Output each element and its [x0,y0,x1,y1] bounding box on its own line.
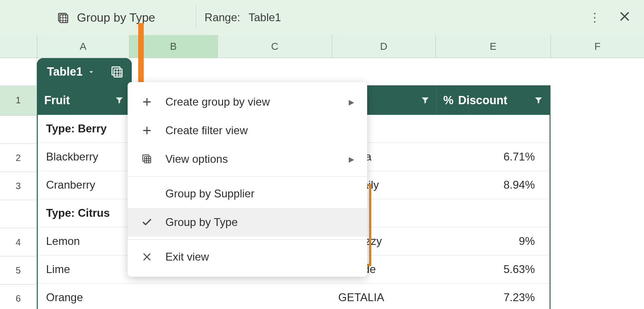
column-E[interactable]: E [436,35,551,58]
cell-discount: 6.71% [432,143,550,171]
column-C[interactable]: C [218,35,332,58]
view-menu: Create group by view ▸ Create filter vie… [128,82,367,277]
menu-separator [128,176,367,177]
menu-separator [128,239,367,240]
menu-label: Create filter view [165,124,354,137]
cell-fruit: Lime [38,256,130,283]
row-4[interactable]: 4 [0,228,37,256]
cell-fruit: Lemon [38,227,130,255]
table-name-label: Table1 [47,65,82,78]
close-icon[interactable] [616,8,633,27]
divider [196,6,196,30]
table-name-button[interactable]: Table1 [37,58,102,85]
percent-label: % [443,94,453,107]
row-2[interactable]: 2 [0,144,37,172]
svg-rect-1 [60,15,68,23]
row-numbers: 1 2 3 4 5 6 [0,58,37,309]
menu-label: Group by Type [165,216,354,229]
range-value: Table1 [248,11,281,24]
row-spacer [0,58,37,85]
view-title: Group by Type [77,11,155,25]
cell-discount: 9% [432,227,550,255]
filter-icon[interactable] [421,95,430,105]
cell-fruit: Orange [38,284,130,309]
header-discount[interactable]: % Discount [437,85,550,115]
check-icon [141,217,153,228]
filter-icon[interactable] [534,95,543,105]
header-fruit-label: Fruit [44,94,70,107]
menu-create-group-view[interactable]: Create group by view ▸ [128,88,367,116]
menu-group-by-type[interactable]: Group by Type [128,208,367,237]
cell-discount: 7.23% [432,284,550,309]
corner-cell[interactable] [0,35,37,58]
header-discount-label: Discount [458,94,534,107]
table-view-icon [57,12,69,24]
column-D[interactable]: D [332,35,436,58]
range-block: Range: Table1 [205,0,281,35]
row-3[interactable]: 3 [0,172,37,200]
filter-icon[interactable] [115,95,124,105]
menu-label: View options [165,153,337,166]
svg-rect-5 [145,157,151,163]
plus-icon [141,125,153,136]
row-5[interactable]: 5 [0,256,37,285]
menu-label: Group by Supplier [165,187,354,200]
table-view-icon [141,154,153,164]
chevron-down-icon [87,68,95,76]
cell-fruit: Blackberry [38,143,130,171]
cell-discount: 8.94% [432,171,550,199]
menu-label: Exit view [165,250,354,263]
column-A[interactable]: A [37,35,129,58]
submenu-arrow-icon: ▸ [349,153,354,166]
menu-label: Create group by view [165,95,337,108]
row-group-spacer2 [0,200,37,228]
more-options-icon[interactable]: ⋮ [586,8,603,28]
range-label: Range: [205,11,240,24]
menu-create-filter-view[interactable]: Create filter view [128,116,367,145]
plus-icon [141,97,153,107]
table-row[interactable]: Orange GETALIA 7.23% [38,284,550,309]
group-view-topbar: Group by Type Range: Table1 ⋮ [0,0,644,35]
row-6[interactable]: 6 [0,285,37,309]
svg-rect-3 [114,69,122,77]
table-tab: Table1 [37,58,132,85]
column-F[interactable]: F [551,35,644,58]
cell-discount: 5.63% [432,256,550,283]
column-headers: A B C D E F [0,35,644,58]
row-group-spacer [0,115,37,144]
header-fruit[interactable]: Fruit [38,85,131,115]
column-B[interactable]: B [129,35,218,58]
submenu-arrow-icon: ▸ [349,95,354,108]
cell-fruit: Cranberry [38,171,130,199]
menu-view-options[interactable]: View options ▸ [128,145,367,173]
title-block: Group by Type [57,0,155,35]
table-view-menu-button[interactable] [102,58,132,85]
menu-exit-view[interactable]: Exit view [128,243,367,271]
close-icon [141,252,153,261]
row-1[interactable]: 1 [0,85,37,115]
menu-group-by-supplier[interactable]: Group by Supplier [128,179,367,208]
cell-supplier: GETALIA [330,284,432,309]
